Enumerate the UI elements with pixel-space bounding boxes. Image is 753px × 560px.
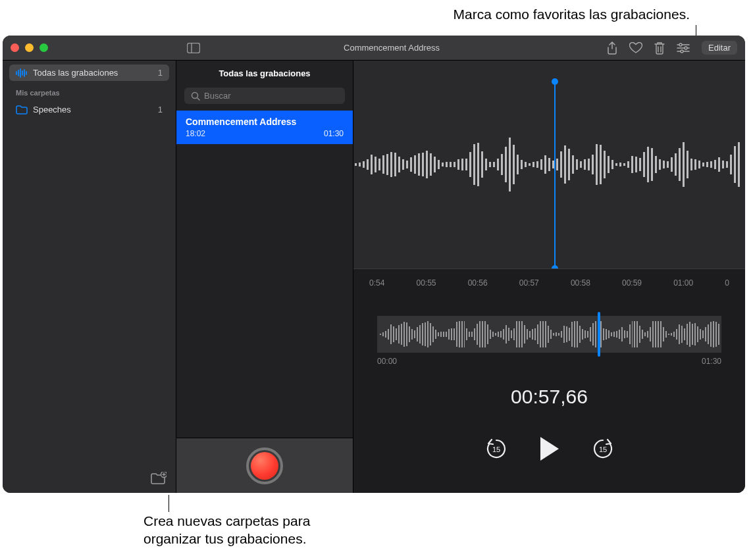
svg-point-4 [681, 50, 683, 53]
edit-button[interactable]: Editar [702, 41, 737, 55]
toggle-sidebar-button[interactable] [187, 43, 200, 53]
recording-title: Commencement Address [186, 116, 344, 127]
transport-controls: 15 15 [353, 436, 745, 462]
app-window: Commencement Address Editar [3, 36, 745, 493]
recording-time: 18:02 [186, 129, 205, 138]
timecode: 00:57,66 [353, 386, 745, 408]
sidebar-item-label: Todas las grabaciones [33, 68, 158, 78]
waveform-main[interactable] [353, 61, 745, 268]
edit-button-label: Editar [708, 43, 731, 53]
list-title: Todas las grabaciones [176, 61, 353, 85]
recording-row[interactable]: Commencement Address 18:02 01:30 [176, 111, 353, 144]
sidebar-section-header: Mis carpetas [16, 89, 163, 97]
ruler-tick: 00:58 [571, 278, 590, 288]
settings-button[interactable] [677, 43, 690, 53]
waveform-icon [16, 68, 28, 78]
skip-value: 15 [492, 445, 500, 453]
window-title: Commencement Address [344, 43, 440, 53]
ruler-tick: 00:57 [519, 278, 539, 288]
recording-duration: 01:30 [324, 129, 344, 138]
sidebar-item-all[interactable]: Todas las grabaciones 1 [9, 64, 169, 81]
skip-forward-button[interactable]: 15 [592, 438, 614, 460]
titlebar-center: Commencement Address [176, 43, 607, 53]
ruler-tick: 0 [725, 278, 729, 288]
callout-folders-l2: organizar tus grabaciones. [143, 530, 310, 547]
svg-point-2 [679, 43, 682, 46]
new-folder-button[interactable] [151, 472, 167, 485]
sidebar-item-count: 1 [158, 105, 163, 115]
recordings-list: Todas las grabaciones Buscar Commencemen… [176, 61, 353, 493]
ruler-tick: 0:54 [369, 278, 384, 288]
callout-folders: Crea nuevas carpetas para organizar tus … [143, 512, 310, 548]
search-input[interactable]: Buscar [184, 88, 345, 104]
svg-point-6 [192, 92, 198, 98]
zoom-window-button[interactable] [39, 43, 48, 52]
folder-icon [16, 105, 28, 115]
record-icon [251, 452, 278, 480]
callout-favorite-text: Marca como favoritas las grabaciones. [454, 7, 690, 22]
search-icon [191, 91, 200, 101]
ruler-tick: 00:55 [417, 278, 436, 288]
close-window-button[interactable] [11, 43, 19, 52]
overview-start: 00:00 [377, 357, 397, 366]
favorite-button[interactable] [629, 42, 642, 54]
overview-playhead[interactable] [598, 312, 600, 357]
play-button[interactable] [538, 436, 561, 462]
record-bar [176, 438, 353, 493]
time-ruler: 0:5400:5500:5600:5700:5800:5901:000 [353, 268, 745, 296]
ruler-tick: 00:56 [468, 278, 488, 288]
callout-favorite: Marca como favoritas las grabaciones. [311, 5, 690, 23]
overview-end: 01:30 [702, 357, 721, 366]
delete-button[interactable] [654, 41, 665, 55]
playhead[interactable] [554, 82, 556, 268]
waveform-overview[interactable] [377, 316, 721, 353]
sidebar: Todas las grabaciones 1 Mis carpetas Spe… [3, 61, 176, 493]
skip-back-button[interactable]: 15 [485, 438, 507, 460]
window-controls [3, 43, 176, 52]
svg-point-3 [685, 47, 687, 49]
detail-panel: 0:5400:5500:5600:5700:5800:5901:000 00:0… [353, 61, 745, 493]
sidebar-item-label: Speeches [33, 105, 158, 115]
sidebar-item-folder[interactable]: Speeches 1 [9, 101, 169, 118]
sidebar-item-count: 1 [158, 68, 163, 78]
minimize-window-button[interactable] [25, 43, 34, 52]
search-placeholder: Buscar [204, 91, 230, 101]
callout-line [169, 495, 169, 512]
svg-rect-0 [188, 43, 200, 53]
ruler-tick: 00:59 [622, 278, 642, 288]
titlebar: Commencement Address Editar [3, 36, 745, 61]
toolbar-right: Editar [607, 41, 745, 55]
skip-value: 15 [598, 445, 606, 453]
share-button[interactable] [607, 41, 617, 55]
ruler-tick: 01:00 [673, 278, 693, 288]
overview-labels: 00:00 01:30 [377, 357, 721, 366]
callout-folders-l1: Crea nuevas carpetas para [143, 512, 310, 530]
record-button[interactable] [246, 447, 283, 484]
